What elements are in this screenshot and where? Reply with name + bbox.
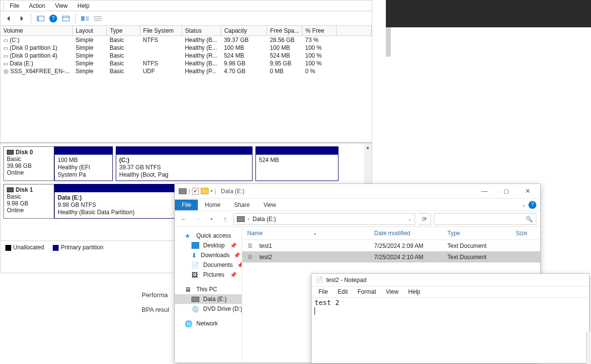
address-dropdown-icon[interactable]: ⌄ — [408, 217, 412, 222]
disk-label[interactable]: Disk 0Basic39.98 GBOnline — [3, 146, 54, 181]
np-menu-format[interactable]: Format — [353, 287, 381, 296]
breadcrumb-location[interactable]: Data (E:) — [253, 216, 276, 222]
search-icon[interactable]: 🔍 — [526, 216, 533, 222]
close-button[interactable]: ✕ — [517, 184, 538, 198]
file-row[interactable]: test27/25/2024 2:10 AMText Document — [242, 251, 540, 263]
col-type[interactable]: Type — [106, 26, 140, 36]
nav-quick-item[interactable]: Documents📌 — [175, 260, 242, 270]
maximize-button[interactable]: ◻ — [495, 184, 517, 198]
legend-unallocated: Unallocated — [5, 244, 44, 251]
col-type[interactable]: Type — [443, 229, 511, 238]
file-list-header: Name▴ Date modified Type Size — [242, 227, 540, 240]
pin-icon: 📌 — [233, 252, 240, 259]
np-text-area[interactable]: test 2 — [312, 297, 589, 363]
forward-icon[interactable] — [16, 13, 27, 24]
background-titlebar — [386, 0, 591, 27]
tab-file[interactable]: File — [175, 200, 198, 210]
partition-color-bar — [55, 147, 112, 155]
qat-dropdown-icon[interactable]: ▾ — [211, 189, 212, 193]
nav-up-icon[interactable]: ↑ — [220, 214, 231, 224]
help-icon[interactable]: ? — [528, 201, 536, 209]
col-layout[interactable]: Layout — [72, 26, 106, 36]
ic-disk-icon — [191, 297, 199, 302]
col-date[interactable]: Date modified — [369, 229, 443, 238]
dm-menu-file[interactable]: File — [5, 1, 24, 10]
nav-network[interactable]: Network — [175, 319, 242, 328]
tab-share[interactable]: Share — [227, 200, 256, 210]
col-status[interactable]: Status — [182, 26, 221, 36]
col-name[interactable]: Name▴ — [242, 229, 369, 238]
disk-icon: ▭ — [3, 53, 8, 59]
star-icon — [185, 232, 192, 239]
volume-row[interactable]: ▭Data (E:)SimpleBasicNTFSHealthy (B...9.… — [0, 60, 372, 67]
np-titlebar[interactable]: test2 - Notepad — [312, 274, 589, 286]
nav-quick-item[interactable]: Desktop📌 — [175, 241, 242, 250]
nav-thispc-item[interactable]: DVD Drive (D:) SSS_X6 — [175, 304, 242, 314]
partition-box[interactable]: (C:)39.37 GB NTFSHealthy (Boot, Pag — [116, 146, 253, 181]
text-file-icon — [247, 253, 256, 261]
pin-icon: 📌 — [230, 272, 237, 278]
nav-this-pc[interactable]: This PC — [175, 284, 242, 294]
volume-header-row: Volume Layout Type File System Status Ca… — [0, 26, 372, 36]
list-icon[interactable] — [92, 13, 103, 24]
partition-box[interactable]: 100 MBHealthy (EFI System Pa — [54, 146, 113, 181]
dm-menu-help[interactable]: Help — [73, 1, 95, 10]
fe-titlebar[interactable]: | ✔ ▾ | Data (E:) — ◻ ✕ — [175, 184, 540, 199]
scroll-up-icon[interactable]: ▲ — [364, 143, 372, 151]
back-icon[interactable] — [3, 13, 14, 24]
volume-list[interactable]: Volume Layout Type File System Status Ca… — [0, 26, 372, 143]
tab-home[interactable]: Home — [198, 200, 227, 210]
nav-quick-access[interactable]: Quick access — [175, 231, 242, 241]
partition-box[interactable]: 524 MB — [255, 146, 338, 181]
nav-recent-dropdown-icon[interactable]: ▾ — [206, 214, 217, 224]
nav-back-icon[interactable]: ← — [179, 214, 190, 224]
nav-forward-icon[interactable]: → — [192, 214, 203, 224]
tab-view[interactable]: View — [256, 200, 283, 210]
address-drive-icon — [237, 216, 245, 222]
right-edge-scrollbar[interactable] — [586, 332, 591, 364]
search-box[interactable]: 🔍 — [434, 213, 536, 225]
properties-qat-icon[interactable]: ✔ — [192, 188, 199, 195]
np-menu-file[interactable]: File — [314, 287, 333, 296]
expand-ribbon-icon[interactable]: ⌄ — [522, 202, 526, 207]
nav-quick-item[interactable]: Pictures📌 — [175, 270, 242, 280]
disk-row: Disk 0Basic39.98 GBOnline100 MBHealthy (… — [3, 146, 369, 181]
np-menu-view[interactable]: View — [381, 287, 403, 296]
volume-row[interactable]: ▭(Disk 0 partition 1)SimpleBasicHealthy … — [0, 44, 372, 52]
volume-row[interactable]: SSS_X64FREE_EN-...SimpleBasicUDFHealthy … — [0, 67, 372, 75]
notepad-window: test2 - Notepad File Edit Format View He… — [311, 273, 590, 364]
address-bar[interactable]: › Data (E:) ⌄ — [233, 213, 415, 225]
show-hide-console-icon[interactable] — [35, 13, 46, 24]
nav-quick-item[interactable]: Downloads📌 — [175, 250, 242, 260]
navigation-pane[interactable]: Quick access Desktop📌Downloads📌Documents… — [175, 227, 242, 363]
col-volume[interactable]: Volume — [0, 26, 72, 36]
refresh-icon[interactable]: ⟳ — [418, 213, 431, 225]
col-freespace[interactable]: Free Spa... — [267, 26, 302, 36]
refresh-icon[interactable] — [80, 13, 90, 24]
dm-menu-action[interactable]: Action — [24, 1, 50, 10]
disk-icon: ▭ — [3, 38, 8, 43]
col-pctfree[interactable]: % Free — [302, 26, 337, 36]
col-capacity[interactable]: Capacity — [221, 26, 267, 36]
volume-row[interactable]: ▭(C:)SimpleBasicNTFSHealthy (B...39.37 G… — [0, 36, 372, 44]
dm-menu-view[interactable]: View — [50, 1, 73, 10]
new-folder-qat-icon[interactable] — [201, 188, 209, 194]
np-menu-edit[interactable]: Edit — [333, 287, 353, 296]
cd-icon — [3, 68, 10, 75]
volume-table: Volume Layout Type File System Status Ca… — [0, 26, 372, 75]
disk-label[interactable]: Disk 1Basic9.98 GBOnline — [3, 184, 54, 219]
col-extra[interactable] — [337, 26, 372, 36]
pc-icon — [185, 286, 192, 293]
minimize-button[interactable]: — — [474, 184, 495, 198]
help-icon[interactable]: ? — [48, 13, 59, 24]
file-row[interactable]: test17/25/2024 2:09 AMText Document — [242, 240, 540, 251]
col-filesystem[interactable]: File System — [140, 26, 182, 36]
nav-thispc-item[interactable]: Data (E:) — [175, 294, 242, 304]
np-menu-help[interactable]: Help — [403, 287, 425, 296]
legend-primary: Primary partition — [53, 244, 103, 251]
svg-rect-4 — [81, 16, 84, 21]
volume-row[interactable]: ▭(Disk 0 partition 4)SimpleBasicHealthy … — [0, 52, 372, 60]
col-size[interactable]: Size — [511, 229, 540, 238]
properties-icon[interactable] — [61, 13, 71, 24]
breadcrumb-separator-icon[interactable]: › — [248, 216, 250, 222]
